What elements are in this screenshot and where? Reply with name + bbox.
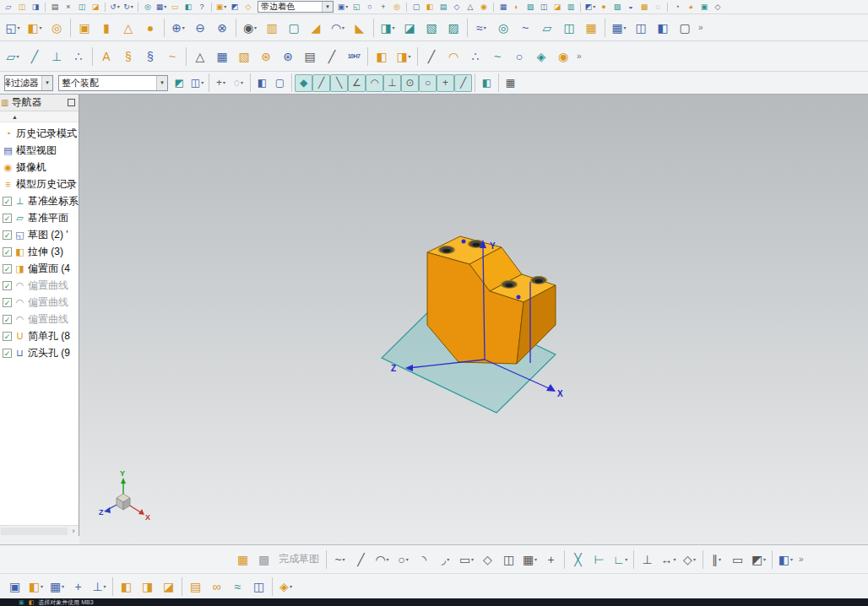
view-tool-9-icon[interactable]: ◇ bbox=[450, 1, 464, 14]
refresh-icon[interactable]: ◎ bbox=[141, 1, 155, 14]
view-tool-23-icon[interactable]: ◌ bbox=[651, 1, 665, 14]
component-gold-2-icon[interactable]: ◨ bbox=[137, 576, 158, 597]
rib-icon[interactable]: ▥ bbox=[261, 16, 283, 39]
rectangle-icon[interactable]: ▭▾ bbox=[456, 548, 477, 571]
tree-item-sketch-2[interactable]: ✓◱草图 (2) ' bbox=[0, 226, 79, 243]
feature-checkbox[interactable]: ✓ bbox=[3, 214, 12, 223]
graphics-viewport[interactable]: Y X Z Y X Z bbox=[79, 95, 868, 544]
sketch-env-icon[interactable]: ▦ bbox=[232, 548, 253, 571]
dropdown-arrow-icon[interactable]: ▾ bbox=[790, 557, 793, 562]
view-tool-5-icon[interactable]: ◎ bbox=[390, 1, 404, 14]
quick-trim-icon[interactable]: ╳ bbox=[567, 548, 589, 571]
dropdown-arrow-icon[interactable]: ▾ bbox=[290, 584, 292, 589]
overflow-chevron-icon[interactable]: » bbox=[799, 555, 804, 564]
point-icon[interactable]: + bbox=[540, 548, 561, 571]
dropdown-arrow-icon[interactable]: ▾ bbox=[342, 25, 344, 30]
exploded-view-icon[interactable]: ◈▾ bbox=[275, 576, 296, 597]
subtract-icon[interactable]: ⊖ bbox=[189, 16, 211, 39]
point-tool-icon[interactable]: ∴ bbox=[68, 45, 90, 68]
dropdown-arrow-icon[interactable]: ▾ bbox=[484, 25, 486, 30]
pattern-feature-icon[interactable]: ▦▾ bbox=[608, 16, 630, 39]
offset-curve-icon[interactable]: ◫ bbox=[498, 548, 519, 571]
tree-item-extrude-3[interactable]: ✓◧拉伸 (3) bbox=[0, 243, 79, 260]
show-shaded-icon[interactable]: ◧ bbox=[253, 74, 271, 92]
feature-checkbox[interactable]: ✓ bbox=[3, 247, 12, 257]
orient-sketch-icon[interactable]: ◧▾ bbox=[775, 548, 796, 571]
point-tool-2-icon[interactable]: ∴ bbox=[464, 45, 486, 68]
snap-intersection-icon[interactable]: + bbox=[437, 74, 454, 92]
copy-icon[interactable]: ◫ bbox=[75, 1, 89, 14]
dropdown-arrow-icon[interactable]: ▾ bbox=[624, 25, 627, 30]
view-tool-20-icon[interactable]: ▨ bbox=[610, 1, 624, 14]
selection-scope-combo[interactable]: 整个装配▾ bbox=[58, 75, 168, 91]
snap-midpoint-icon[interactable]: ╲ bbox=[330, 74, 348, 92]
filter-tool-1-icon[interactable]: ◩ bbox=[171, 74, 188, 92]
feature-checkbox[interactable]: ✓ bbox=[3, 264, 12, 273]
split-body-icon[interactable]: ◪ bbox=[399, 16, 420, 39]
delete-face-icon[interactable]: ▢ bbox=[674, 16, 696, 39]
freeform-tool-icon[interactable]: ◉ bbox=[552, 45, 574, 68]
make-corner-icon[interactable]: ∟▾ bbox=[610, 548, 631, 571]
cut-icon[interactable]: × bbox=[62, 1, 75, 14]
snap-circle-icon[interactable]: ○ bbox=[419, 74, 437, 92]
tree-item-datum-csys[interactable]: ✓⊥基准坐标系 bbox=[0, 192, 79, 209]
pattern-curve-icon[interactable]: ▦▾ bbox=[519, 548, 540, 571]
window-switch-icon[interactable]: ▦▾ bbox=[155, 1, 168, 14]
screen-capture-icon[interactable]: ◧ bbox=[182, 1, 195, 14]
circle-tool-icon[interactable]: ○ bbox=[508, 45, 530, 68]
status-tool-1-icon[interactable]: ▣ bbox=[19, 599, 24, 605]
sphere-icon[interactable]: ● bbox=[139, 16, 161, 39]
dropdown-arrow-icon[interactable]: ▾ bbox=[393, 25, 395, 30]
move-component-icon[interactable]: + bbox=[68, 576, 89, 597]
dropdown-arrow-icon[interactable]: ▾ bbox=[104, 584, 106, 589]
profile-icon[interactable]: ~▾ bbox=[329, 548, 350, 571]
reference-set-icon[interactable]: ◫ bbox=[248, 576, 269, 597]
thicken-icon[interactable]: ▦ bbox=[580, 16, 602, 39]
spline-tool-icon[interactable]: ~ bbox=[486, 45, 508, 68]
maximize-panel-button[interactable] bbox=[68, 99, 75, 106]
view-tool-1-icon[interactable]: ▣▾ bbox=[336, 1, 350, 14]
circle-icon[interactable]: ○▾ bbox=[393, 548, 414, 571]
chevron-down-icon[interactable]: ▾ bbox=[156, 76, 167, 90]
view-tool-22-icon[interactable]: ▩ bbox=[637, 1, 651, 14]
edge-blend-icon[interactable]: ◠▾ bbox=[327, 16, 349, 39]
sew-icon[interactable]: ▨ bbox=[442, 16, 464, 39]
add-component-icon[interactable]: ◧▾ bbox=[25, 576, 46, 597]
view-tool-8-icon[interactable]: ▤ bbox=[437, 1, 450, 14]
model-body[interactable] bbox=[427, 236, 556, 364]
overflow-chevron-icon[interactable]: » bbox=[698, 23, 703, 32]
datum-plane-icon[interactable]: ▱▾ bbox=[2, 45, 24, 68]
intersect-icon[interactable]: ⊗ bbox=[211, 16, 233, 39]
feature-checkbox[interactable]: ✓ bbox=[3, 315, 12, 324]
view-tool-3-icon[interactable]: ○ bbox=[363, 1, 377, 14]
view-tool-16-icon[interactable]: ◪ bbox=[551, 1, 564, 14]
touch-mode-icon[interactable]: ▭ bbox=[168, 1, 182, 14]
chamfer-icon[interactable]: ◣ bbox=[349, 16, 371, 39]
hole-icon[interactable]: ◉▾ bbox=[239, 16, 261, 39]
dropdown-arrow-icon[interactable]: ▾ bbox=[241, 80, 243, 85]
datum-axis-icon[interactable]: ╱ bbox=[24, 45, 46, 68]
display-constraints-icon[interactable]: ∥▾ bbox=[706, 548, 727, 571]
hscroll-track[interactable] bbox=[1, 528, 68, 535]
cone-icon[interactable]: △ bbox=[117, 16, 139, 39]
view-tool-18-icon[interactable]: ◩▾ bbox=[583, 1, 597, 14]
tree-item-cameras[interactable]: ◉摄像机 bbox=[0, 159, 79, 176]
feature-checkbox[interactable]: ✓ bbox=[3, 298, 12, 307]
view-tool-11-icon[interactable]: ◉ bbox=[477, 1, 491, 14]
quick-extend-icon[interactable]: ⊢ bbox=[589, 548, 610, 571]
dropdown-arrow-icon[interactable]: ▾ bbox=[131, 4, 133, 9]
sheet-list-icon[interactable]: ▤ bbox=[299, 45, 321, 68]
dropdown-arrow-icon[interactable]: ▾ bbox=[763, 557, 766, 562]
grid-display-icon[interactable]: ▦ bbox=[502, 74, 519, 92]
snap-center-icon[interactable]: ⊙ bbox=[401, 74, 419, 92]
fillet-icon[interactable]: ◞▾ bbox=[435, 548, 456, 571]
cylinder-icon[interactable]: ▮ bbox=[95, 16, 117, 39]
tree-item-counterbore-hole-9[interactable]: ✓⊔沉头孔 (9 bbox=[0, 344, 79, 361]
corner-arc-icon[interactable]: ◝ bbox=[414, 548, 435, 571]
overflow-chevron-icon[interactable]: » bbox=[577, 51, 582, 61]
trim-body-icon[interactable]: ◨▾ bbox=[377, 16, 399, 39]
dropdown-arrow-icon[interactable]: ▾ bbox=[117, 4, 120, 9]
dropdown-arrow-icon[interactable]: ▾ bbox=[182, 25, 185, 30]
hscroll-right-button[interactable]: › bbox=[68, 528, 79, 535]
component-pattern-icon[interactable]: ▦▾ bbox=[46, 576, 68, 597]
